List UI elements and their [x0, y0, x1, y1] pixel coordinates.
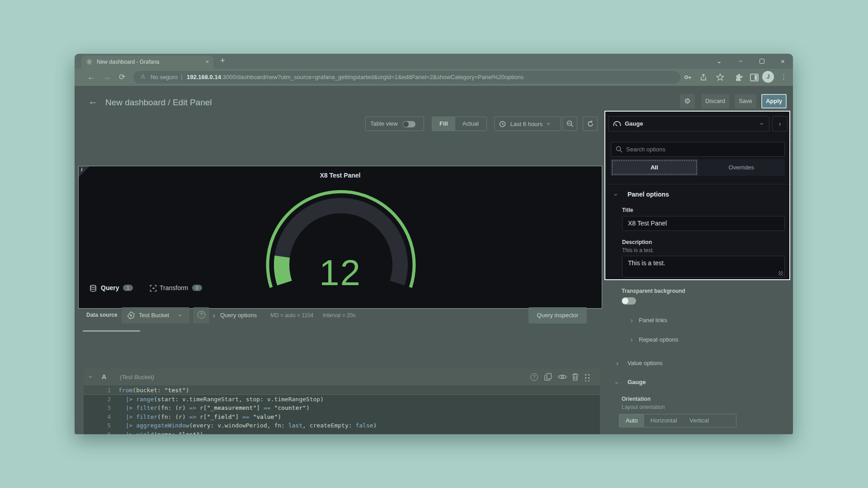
- actual-option[interactable]: Actual: [455, 117, 486, 131]
- panel-settings-gear-button[interactable]: ⚙: [680, 94, 695, 108]
- interval-text: Interval = 20s: [323, 312, 355, 319]
- panel-options-chevron-icon[interactable]: ›: [613, 194, 620, 196]
- transparent-background-label: Transparent background: [622, 288, 685, 294]
- code-line[interactable]: 1from(bucket: "test"): [84, 386, 600, 395]
- table-view-label: Table view: [370, 120, 398, 127]
- query-inspector-button[interactable]: Query inspector: [528, 307, 587, 324]
- orientation-hint: Layout orientation: [622, 404, 665, 410]
- value-options-section[interactable]: Value options: [627, 360, 663, 366]
- drag-handle-icon[interactable]: [584, 373, 590, 381]
- transform-icon: [150, 285, 157, 292]
- repeat-options-section[interactable]: Repeat options: [639, 336, 678, 343]
- query-row-header[interactable]: › A (Test Bucket) ?: [84, 369, 600, 386]
- new-tab-button[interactable]: +: [220, 56, 225, 66]
- datasource-help-button[interactable]: ?: [193, 307, 209, 324]
- gauge-section-chevron-icon: ›: [613, 382, 621, 384]
- gauge-viz-icon: [613, 120, 621, 127]
- bookmark-star-icon[interactable]: [716, 73, 724, 81]
- search-options-box[interactable]: Search options: [611, 142, 785, 157]
- tab-query[interactable]: Query: [101, 284, 119, 291]
- fill-actual-segmented: FillActual: [432, 117, 487, 131]
- title-input[interactable]: X8 Test Panel: [622, 216, 785, 231]
- browser-profile-avatar[interactable]: J: [762, 71, 774, 83]
- address-bar[interactable]: ⚠ No seguro | 192.168.0.14:3000/dashboar…: [133, 71, 680, 84]
- query-options-chevron-icon[interactable]: ›: [213, 312, 215, 319]
- visualization-picker[interactable]: Gauge ›: [608, 116, 769, 131]
- duplicate-query-icon[interactable]: [544, 373, 552, 381]
- tab-transform[interactable]: Transform: [160, 284, 188, 291]
- panel-links-section[interactable]: Panel links: [639, 317, 667, 324]
- query-collapse-chevron-icon[interactable]: ›: [87, 376, 94, 378]
- orientation-auto[interactable]: Auto: [619, 414, 644, 427]
- panel-options-header[interactable]: Panel options: [627, 191, 669, 198]
- key-icon[interactable]: [684, 74, 692, 81]
- clock-icon: [499, 121, 506, 127]
- options-tabs: All Overrides: [611, 159, 785, 176]
- collapse-pane-button[interactable]: ›: [772, 116, 788, 131]
- query-help-icon[interactable]: ?: [530, 373, 538, 381]
- table-view-toggle-group[interactable]: Table view: [365, 117, 424, 131]
- gauge-section-header[interactable]: Gauge: [627, 379, 646, 385]
- orientation-radio-group: Auto Horizontal Vertical: [619, 414, 736, 427]
- zoom-out-button[interactable]: [562, 117, 577, 131]
- code-line[interactable]: 2 |> range(start: v.timeRangeStart, stop…: [84, 395, 600, 404]
- value-options-chevron-icon: ›: [616, 360, 618, 367]
- window-menu-chevron-icon[interactable]: ⌄: [717, 57, 722, 65]
- table-view-toggle[interactable]: [403, 121, 415, 127]
- forward-icon[interactable]: →: [103, 73, 111, 82]
- code-line[interactable]: 5 |> aggregateWindow(every: v.windowPeri…: [84, 421, 600, 430]
- code-line[interactable]: 4 |> filter(fn: (r) => r["_field"] == "v…: [84, 413, 600, 422]
- tab-title: New dashboard - Grafana: [97, 59, 187, 65]
- datasource-chevron-icon: ›: [177, 314, 184, 317]
- datasource-picker[interactable]: Test Bucket ›: [122, 307, 189, 324]
- query-ref-id: A: [102, 373, 106, 380]
- browser-menu-kebab-icon[interactable]: ⋮: [780, 73, 787, 82]
- description-textarea[interactable]: This is a test.: [622, 256, 785, 277]
- orientation-vertical[interactable]: Vertical: [683, 414, 715, 427]
- window-close-icon[interactable]: ×: [781, 57, 785, 65]
- collapse-pane-chevron-icon: ›: [779, 117, 781, 131]
- url-separator: |: [181, 73, 182, 80]
- back-icon[interactable]: ←: [87, 73, 95, 82]
- browser-tab-bar: New dashboard - Grafana × + ⌄ − ×: [75, 54, 793, 69]
- textarea-resize-handle[interactable]: [778, 271, 783, 276]
- window-maximize-icon[interactable]: [760, 59, 764, 64]
- query-db-icon: [90, 285, 97, 292]
- code-line[interactable]: 3 |> filter(fn: (r) => r["_measurement"]…: [84, 404, 600, 413]
- delete-query-trash-icon[interactable]: [572, 373, 579, 381]
- share-icon[interactable]: [700, 73, 708, 81]
- window-minimize-icon[interactable]: −: [739, 57, 742, 65]
- code-line[interactable]: 6 |> yield(name: "last"): [84, 430, 600, 435]
- security-label: No seguro: [151, 74, 178, 80]
- grafana-back-arrow[interactable]: ←: [88, 97, 98, 106]
- fill-option[interactable]: Fill: [432, 117, 455, 131]
- url-text: 192.168.0.14:3000/dashboard/new?utm_sour…: [187, 74, 524, 80]
- refresh-button[interactable]: [583, 117, 598, 131]
- extensions-puzzle-icon[interactable]: [735, 73, 743, 82]
- time-range-picker[interactable]: Last 6 hours ›: [494, 117, 561, 131]
- panel-links-chevron-icon: ›: [631, 317, 633, 324]
- datasource-label: Data source: [86, 312, 118, 318]
- viz-picker-chevron-icon: ›: [759, 123, 766, 125]
- apply-button[interactable]: Apply: [761, 94, 787, 108]
- tab-all[interactable]: All: [611, 159, 698, 176]
- visualization-name: Gauge: [625, 120, 643, 127]
- gear-icon: ⚙: [684, 97, 690, 105]
- tab-overrides[interactable]: Overrides: [698, 159, 785, 176]
- query-options-label[interactable]: Query options: [220, 312, 257, 319]
- query-count-badge: 1: [123, 285, 133, 291]
- reload-icon[interactable]: ⟳: [119, 73, 125, 82]
- description-hint: This is a test.: [622, 247, 654, 253]
- discard-button[interactable]: Discard: [701, 94, 729, 108]
- url-domain: 192.168.0.14: [187, 74, 221, 80]
- side-panel-icon[interactable]: [750, 73, 759, 82]
- query-datasource-hint: (Test Bucket): [120, 374, 154, 380]
- orientation-horizontal[interactable]: Horizontal: [644, 414, 684, 427]
- transparent-background-toggle[interactable]: [622, 297, 636, 305]
- flux-query-code-editor[interactable]: 1from(bucket: "test")2 |> range(start: v…: [84, 386, 600, 434]
- zoom-out-icon: [566, 120, 574, 127]
- browser-tab[interactable]: New dashboard - Grafana ×: [81, 56, 213, 69]
- save-button[interactable]: Save: [735, 94, 756, 108]
- hide-query-eye-icon[interactable]: [558, 374, 567, 380]
- tab-close-icon[interactable]: ×: [205, 58, 209, 65]
